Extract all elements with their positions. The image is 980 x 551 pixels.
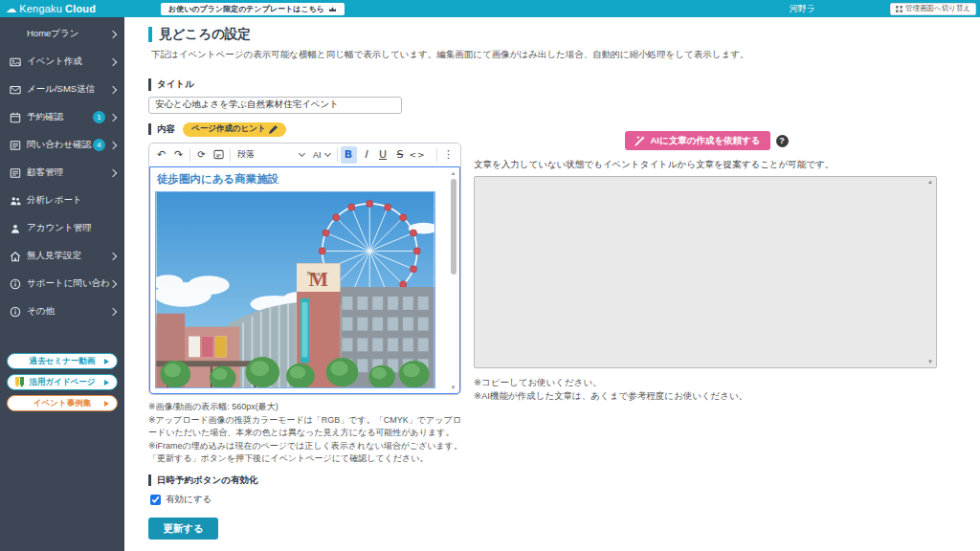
past-seminar-video-label: 過去セミナー動画 [30,356,96,367]
switch-admin-label: 管理画面へ切り替え [905,4,970,13]
event-title-input[interactable] [148,97,402,114]
more-options-icon[interactable]: ⋮ [440,146,457,164]
chevron-right-icon [109,30,117,37]
ai-description: 文章を入力していない状態でもイベントタイトルから文章を提案することが可能です。 [474,159,940,171]
sidebar: Homeプラン イベント作成 メール/SMS送信 予約確認 1 問い合わせ確認 … [0,17,124,551]
content-field-label: 内容 [148,123,175,135]
sidebar-item-customer-management[interactable]: 顧客管理 [0,159,124,187]
crown-icon [328,5,337,12]
notification-badge: 4 [93,139,105,151]
chevron-right-icon [109,57,117,65]
italic-button[interactable]: I [358,146,374,164]
sidebar-item-analytics-report[interactable]: 分析レポート [0,187,124,214]
ai-notes: ※コピーしてお使いください。 ※AI機能が作成した文章は、あくまで参考程度にお使… [474,376,940,404]
image-icon [9,55,21,68]
logo-text: Kengaku [19,3,62,14]
toolbar-divider [436,148,437,162]
sidebar-item-support-contact[interactable]: サポートに問い合わせ [0,270,124,298]
person-icon [9,222,21,234]
chevron-right-icon [109,279,117,287]
svg-text:Tama: Tama [306,271,321,276]
restore-draft-icon[interactable]: ⟳ [193,146,210,164]
logo-text-bold: Cloud [65,3,96,14]
house-icon [9,250,21,262]
page-creation-hint-button[interactable]: ページ作成のヒント [183,122,286,137]
update-button[interactable]: 更新する [148,518,218,540]
sidebar-nav: Homeプラン イベント作成 メール/SMS送信 予約確認 1 問い合わせ確認 … [0,17,124,325]
ai-panel: AIに文章の作成を依頼する ? 文章を入力していない状態でもイベントタイトルから… [474,131,940,551]
ai-tools-select[interactable]: AI [309,146,334,164]
textarea-scrollbar[interactable]: ▲ ▼ [925,178,935,366]
note-line: ※画像/動画の表示幅: 560px(最大) [148,401,466,413]
sidebar-item-label: その他 [27,305,110,318]
magic-wand-icon [635,136,645,146]
paragraph-format-select[interactable]: 段落 [234,146,308,164]
sidebar-item-label: 分析レポート [27,194,110,207]
people-icon [9,194,21,207]
sidebar-item-account-management[interactable]: アカウント管理 [0,214,124,242]
sidebar-item-others[interactable]: その他 [0,298,124,325]
code-button[interactable]: <> [410,146,426,164]
redo-icon[interactable]: ↷ [170,146,187,164]
scroll-down-icon[interactable]: ▼ [449,384,457,391]
event-case-studies-button[interactable]: イベント事例集 [7,395,118,411]
note-line: ※コピーしてお使いください。 [474,376,940,389]
calendar-icon [9,111,21,123]
sidebar-item-home-plan[interactable]: Homeプラン [0,20,124,48]
notification-badge: 1 [93,111,105,123]
enable-checkbox-row[interactable]: 有効にする [150,494,466,506]
mall-ferris-wheel-photo[interactable]: M Tama [155,191,435,388]
plan-template-button[interactable]: お使いのプラン限定のテンプレートはこちら [161,3,345,15]
ai-tools-label: AI [313,150,322,160]
undo-icon[interactable]: ↶ [153,146,169,164]
sidebar-item-inquiry-check[interactable]: 問い合わせ確認 4 [0,131,124,159]
play-arrow-icon [104,380,109,386]
scroll-up-icon[interactable]: ▲ [925,178,935,187]
editor-content-area[interactable]: 徒歩圏内にある商業施設 [149,166,460,394]
underline-button[interactable]: U [375,146,391,164]
enable-checkbox[interactable] [150,495,161,505]
help-icon[interactable]: ? [776,135,789,147]
document-icon [9,166,21,179]
sidebar-item-mail-sms[interactable]: メール/SMS送信 [0,76,124,103]
switch-admin-button[interactable]: 管理画面へ切り替え [890,3,976,15]
sidebar-item-label: 無人見学設定 [27,250,110,262]
info-icon [9,277,21,290]
sidebar-footer: 過去セミナー動画 活用ガイドページ イベント事例集 [0,347,124,417]
ai-generate-button[interactable]: AIに文章の作成を依頼する [625,131,769,150]
bold-button[interactable]: B [341,146,357,164]
scroll-down-icon[interactable]: ▼ [925,358,935,366]
info-icon [9,305,21,318]
sidebar-item-label: 顧客管理 [27,166,110,179]
cloud-icon: ☁ [6,3,16,15]
pencil-icon [269,125,278,134]
sidebar-item-reservation-check[interactable]: 予約確認 1 [0,103,124,131]
chevron-down-icon [299,150,305,157]
plan-template-label: お使いのプラン限定のテンプレートはこちら [168,4,324,14]
note-line: ※iFrameの埋め込みは現在のページでは正しく表示されない場合がございます。「… [148,440,466,465]
play-arrow-icon [104,359,109,364]
insert-template-icon[interactable] [211,146,227,164]
editor-notes: ※画像/動画の表示幅: 560px(最大) ※アップロード画像の推奨カラーモード… [148,401,466,465]
toolbar-divider [230,148,231,162]
scroll-up-icon[interactable]: ▲ [449,169,457,177]
chevron-right-icon [109,307,117,315]
mail-icon [9,83,21,96]
sidebar-item-label: 予約確認 [27,111,93,123]
strikethrough-button[interactable]: S [392,146,409,164]
past-seminar-video-button[interactable]: 過去セミナー動画 [7,353,118,369]
page-title: 見どころの設定 [148,27,980,42]
toolbar-divider [189,148,190,162]
sidebar-item-event-create[interactable]: イベント作成 [0,48,124,76]
ai-output-textarea[interactable]: ▲ ▼ [474,176,937,368]
guide-page-button[interactable]: 活用ガイドページ [7,374,118,390]
chevron-right-icon [109,141,117,148]
scrollbar-thumb[interactable] [451,179,457,275]
chevron-down-icon [323,150,330,157]
editor-scrollbar[interactable]: ▲ ▼ [449,169,457,391]
page-description: 下記はイベントページの表示可能な横幅と同じ幅で表示しています。編集画面にて画像が… [151,49,980,61]
main-content: 見どころの設定 下記はイベントページの表示可能な横幅と同じ幅で表示しています。編… [124,17,980,551]
datetime-button-section-label: 日時予約ボタンの有効化 [148,474,466,486]
chevron-right-icon [109,168,117,176]
sidebar-item-unmanned-tour-settings[interactable]: 無人見学設定 [0,242,124,270]
